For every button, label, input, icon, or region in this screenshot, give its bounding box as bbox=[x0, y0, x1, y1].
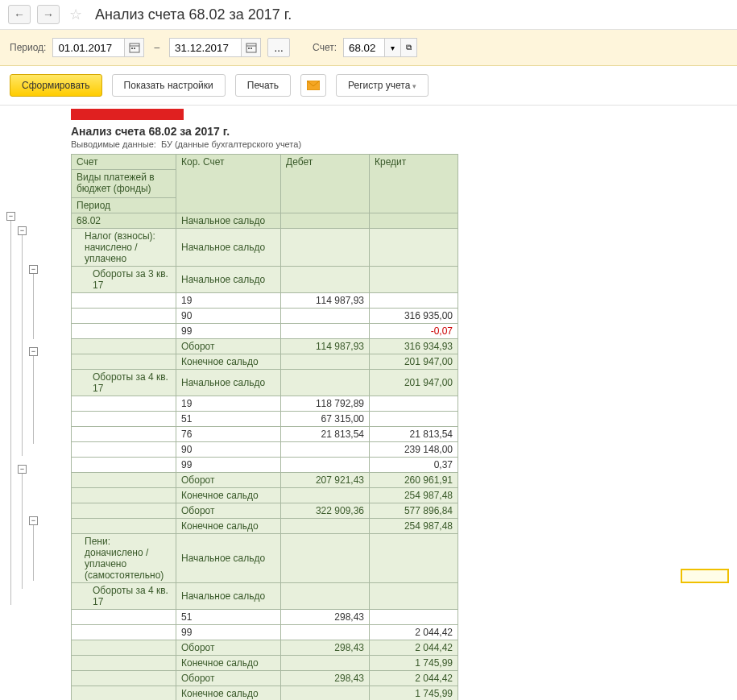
cell-account bbox=[72, 442, 176, 458]
cell-credit bbox=[370, 229, 458, 267]
tree-collapse-toggle[interactable]: − bbox=[18, 465, 27, 474]
period-label: Период: bbox=[10, 42, 46, 53]
cell-credit bbox=[370, 396, 458, 412]
table-row: Конечное сальдо201 947,00 bbox=[72, 354, 458, 370]
cell-corr: 19 bbox=[176, 396, 281, 412]
cell-debit: 207 921,43 bbox=[281, 473, 370, 488]
favorite-star-icon[interactable]: ☆ bbox=[69, 6, 82, 23]
tree-line bbox=[33, 274, 34, 339]
table-row: 90316 935,00 bbox=[72, 309, 458, 324]
page-title: Анализ счета 68.02 за 2017 г. bbox=[95, 6, 292, 23]
period-more-button[interactable]: ... bbox=[267, 38, 290, 57]
table-row: 19114 987,93 bbox=[72, 293, 458, 309]
cell-corr: Оборот bbox=[176, 339, 281, 354]
cell-credit bbox=[370, 213, 458, 229]
envelope-icon bbox=[307, 81, 320, 90]
cell-debit: 118 792,89 bbox=[281, 396, 370, 412]
cell-account bbox=[72, 503, 176, 519]
account-open-button[interactable]: ⧉ bbox=[401, 38, 417, 57]
cell-credit: 254 987,48 bbox=[370, 519, 458, 534]
cell-account bbox=[72, 324, 176, 339]
generate-button[interactable]: Сформировать bbox=[10, 74, 102, 97]
cell-account bbox=[72, 309, 176, 324]
cell-corr: 99 bbox=[176, 324, 281, 339]
header-corr-account: Кор. Счет bbox=[176, 155, 281, 213]
table-row: Обороты за 4 кв. 17Начальное сальдо201 9… bbox=[72, 370, 458, 396]
tree-collapse-toggle[interactable]: − bbox=[18, 226, 27, 235]
cell-corr: Конечное сальдо bbox=[176, 488, 281, 503]
table-row: 68.02Начальное сальдо bbox=[72, 213, 458, 229]
cell-account: Обороты за 4 кв. 17 bbox=[72, 583, 176, 610]
cell-account bbox=[72, 488, 176, 503]
tree-line bbox=[33, 356, 34, 444]
table-row: Оборот298,432 044,42 bbox=[72, 671, 458, 686]
cell-debit bbox=[281, 686, 370, 701]
account-dropdown-button[interactable]: ▾ bbox=[385, 38, 401, 57]
svg-rect-2 bbox=[131, 48, 133, 49]
cell-debit: 67 315,00 bbox=[281, 412, 370, 427]
cell-account bbox=[72, 686, 176, 701]
cell-debit bbox=[281, 354, 370, 370]
table-row: 990,37 bbox=[72, 458, 458, 473]
cell-account: Обороты за 3 кв. 17 bbox=[72, 267, 176, 293]
cell-corr: Конечное сальдо bbox=[176, 519, 281, 534]
cell-credit bbox=[370, 610, 458, 625]
date-to-calendar-button[interactable] bbox=[242, 38, 261, 57]
cell-account bbox=[72, 671, 176, 686]
show-settings-button[interactable]: Показать настройки bbox=[112, 74, 226, 97]
cell-corr: Конечное сальдо bbox=[176, 354, 281, 370]
table-row: 90239 148,00 bbox=[72, 442, 458, 458]
print-button[interactable]: Печать bbox=[235, 74, 291, 97]
cell-debit bbox=[281, 442, 370, 458]
tree-collapse-toggle[interactable]: − bbox=[29, 516, 38, 525]
cell-account bbox=[72, 354, 176, 370]
cell-corr: Начальное сальдо bbox=[176, 534, 281, 583]
cell-account: 68.02 bbox=[72, 213, 176, 229]
table-row: Обороты за 4 кв. 17Начальное сальдо bbox=[72, 583, 458, 610]
cell-account: Обороты за 4 кв. 17 bbox=[72, 370, 176, 396]
cell-credit bbox=[370, 267, 458, 293]
cell-corr: Конечное сальдо bbox=[176, 656, 281, 671]
cell-debit: 298,43 bbox=[281, 610, 370, 625]
cell-debit bbox=[281, 519, 370, 534]
header-credit: Кредит bbox=[370, 155, 458, 213]
cell-account bbox=[72, 427, 176, 442]
table-row: Пени: доначислено / уплачено (самостояте… bbox=[72, 534, 458, 583]
cell-debit: 298,43 bbox=[281, 671, 370, 686]
account-input[interactable] bbox=[343, 38, 385, 57]
cell-credit: 0,37 bbox=[370, 458, 458, 473]
cell-debit bbox=[281, 324, 370, 339]
cell-corr: 19 bbox=[176, 293, 281, 309]
table-row: 5167 315,00 bbox=[72, 412, 458, 427]
cell-credit bbox=[370, 534, 458, 583]
table-row: Обороты за 3 кв. 17Начальное сальдо bbox=[72, 267, 458, 293]
email-button[interactable] bbox=[300, 74, 326, 97]
date-to-input[interactable] bbox=[169, 38, 242, 57]
report-title: Анализ счета 68.02 за 2017 г. bbox=[71, 125, 737, 138]
cell-credit: 1 745,99 bbox=[370, 686, 458, 701]
nav-forward-button[interactable]: → bbox=[37, 5, 60, 24]
svg-rect-6 bbox=[248, 48, 250, 49]
register-button[interactable]: Регистр учета bbox=[336, 74, 429, 97]
calendar-icon bbox=[246, 42, 257, 53]
tree-collapse-toggle[interactable]: − bbox=[29, 347, 38, 356]
table-row: Оборот298,432 044,42 bbox=[72, 640, 458, 656]
date-from-input[interactable] bbox=[52, 38, 125, 57]
cell-account bbox=[72, 610, 176, 625]
selected-cell-highlight bbox=[681, 569, 729, 583]
tree-collapse-toggle[interactable]: − bbox=[29, 265, 38, 274]
tree-collapse-toggle[interactable]: − bbox=[6, 212, 15, 221]
cell-corr: Оборот bbox=[176, 503, 281, 519]
cell-credit: 2 044,42 bbox=[370, 671, 458, 686]
date-from-calendar-button[interactable] bbox=[125, 38, 144, 57]
nav-back-button[interactable]: ← bbox=[8, 5, 31, 24]
cell-debit bbox=[281, 370, 370, 396]
cell-account bbox=[72, 458, 176, 473]
cell-corr: Конечное сальдо bbox=[176, 686, 281, 701]
cell-account bbox=[72, 293, 176, 309]
cell-credit bbox=[370, 583, 458, 610]
table-row: 7621 813,5421 813,54 bbox=[72, 427, 458, 442]
cell-credit: 577 896,84 bbox=[370, 503, 458, 519]
table-row: Налог (взносы): начислено / уплаченоНача… bbox=[72, 229, 458, 267]
cell-account bbox=[72, 412, 176, 427]
